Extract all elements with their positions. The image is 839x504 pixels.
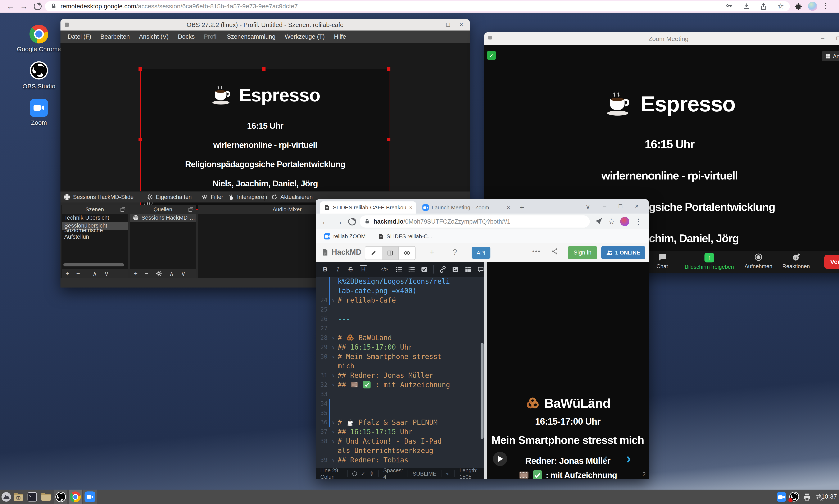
code-editor[interactable]: k%2BDesign/Logos/Icons/relilab-cafe.png … [316, 277, 484, 468]
move-down-icon[interactable]: ∨ [104, 270, 109, 277]
prev-slide-icon[interactable]: ‹ [603, 450, 608, 467]
heading-button[interactable]: H [360, 265, 367, 273]
help-icon[interactable]: ? [453, 248, 457, 257]
editor-line[interactable]: k%2BDesign/Logos/Icons/reli [316, 277, 484, 286]
editor-line[interactable]: 29∨## 16:15-17:00 Uhr [316, 342, 484, 352]
tab-search-chevron-icon[interactable]: ∨ [586, 203, 590, 211]
hackmd-logo[interactable]: HackMD [321, 248, 361, 257]
bookmark-relilab-zoom[interactable]: relilab ZOOM [324, 233, 366, 240]
selection-handle[interactable] [387, 67, 390, 71]
editor-line[interactable]: 26--- [316, 314, 484, 324]
editor-line[interactable]: 30∨# Mein Smartphone stresst [316, 352, 484, 361]
sign-in-button[interactable]: Sign in [568, 246, 597, 259]
selection-handle[interactable] [262, 67, 266, 71]
table-icon[interactable] [464, 266, 472, 273]
close-icon[interactable]: × [460, 21, 463, 28]
fold-chevron-icon[interactable]: ∨ [330, 457, 337, 463]
taskbar-screenshot-folder-icon[interactable]: D [13, 491, 24, 502]
remove-scene-icon[interactable]: − [76, 270, 80, 277]
leave-meeting-button[interactable]: Verlassen [824, 255, 839, 269]
maximize-icon[interactable]: □ [446, 21, 450, 28]
move-down-icon[interactable]: ∨ [181, 270, 186, 277]
selection-handle[interactable] [138, 138, 142, 141]
fold-chevron-icon[interactable]: ∨ [330, 335, 337, 340]
properties-button[interactable]: Eigenschaften [146, 192, 192, 202]
bookmark-star-icon[interactable]: ☆ [607, 217, 616, 226]
obs-preview-area[interactable]: Espresso 16:15 Uhr wirlernenonline - rpi… [61, 43, 470, 191]
menu-datei[interactable]: Datei (F) [68, 33, 91, 40]
editor-line[interactable]: mich [316, 361, 484, 371]
browser-menu-icon[interactable]: ⋮ [634, 217, 643, 226]
link-icon[interactable] [439, 266, 446, 273]
checklist-icon[interactable] [421, 266, 428, 273]
close-tab-icon[interactable]: × [409, 204, 412, 211]
fold-chevron-icon[interactable]: ∨ [330, 354, 337, 359]
obs-slide-source[interactable]: Espresso 16:15 Uhr wirlernenonline - rpi… [140, 69, 390, 210]
next-slide-icon[interactable]: › [626, 450, 631, 467]
menu-bearbeiten[interactable]: Bearbeiten [100, 33, 130, 40]
reactions-button[interactable]: Reaktionen [769, 253, 823, 270]
install-icon[interactable] [742, 2, 750, 10]
source-properties-gear-icon[interactable] [155, 270, 162, 277]
selection-handle[interactable] [387, 138, 390, 141]
more-options-icon[interactable]: ••• [532, 248, 541, 255]
scene-item[interactable]: Soziometrische Aufstellun [62, 230, 127, 238]
split-mode-button[interactable] [382, 246, 399, 260]
menu-hilfe[interactable]: Hilfe [334, 33, 346, 40]
add-scene-icon[interactable]: + [66, 270, 69, 277]
add-source-icon[interactable]: + [134, 270, 138, 277]
share-icon[interactable] [551, 248, 558, 255]
fold-chevron-icon[interactable]: ∨ [330, 382, 337, 388]
pane-divider[interactable] [484, 262, 487, 479]
slide-preview-pane[interactable]: BaWüLänd 16:15-17:00 Uhr Mein Smartphone… [487, 262, 649, 479]
editor-line[interactable]: 31∨## Redner: Jonas Müller [316, 371, 484, 380]
bookmark-star-icon[interactable]: ☆ [777, 2, 784, 10]
horizontal-scrollbar[interactable] [63, 263, 124, 266]
editor-line[interactable]: 37∨## 16:15-17:15 Uhr [316, 427, 484, 436]
menu-docks[interactable]: Docks [178, 33, 195, 40]
editor-line[interactable]: 28∨# BaWüLänd [316, 333, 484, 342]
code-button[interactable]: </> [378, 266, 390, 273]
menu-werkzeuge[interactable]: Werkzeuge (T) [285, 33, 325, 40]
bookmark-slides-relilab[interactable]: SLIDES relilab-C... [377, 233, 432, 240]
editor-line[interactable]: 33 [316, 390, 484, 399]
tab-zoom-launch[interactable]: Launch Meeting - Zoom × [419, 201, 514, 214]
editor-line[interactable]: lab-cafe.png =x400) [316, 286, 484, 295]
forward-icon[interactable]: → [334, 217, 343, 226]
taskbar-zoom-icon[interactable] [85, 491, 96, 502]
italic-button[interactable]: I [335, 266, 342, 273]
profile-avatar[interactable] [620, 217, 629, 226]
move-up-icon[interactable]: ∧ [169, 270, 174, 277]
new-tab-icon[interactable]: + [520, 203, 524, 212]
bold-button[interactable]: B [322, 266, 329, 273]
zoom-titlebar[interactable]: Zoom Meeting – □ [484, 32, 839, 46]
taskbar-chrome-icon[interactable] [70, 491, 81, 502]
move-up-icon[interactable]: ∧ [92, 270, 97, 277]
minimize-icon[interactable]: – [603, 202, 606, 209]
forward-icon[interactable]: → [19, 2, 29, 11]
play-button[interactable] [493, 452, 507, 466]
new-note-icon[interactable]: + [430, 248, 434, 257]
filter-button[interactable]: Filter [201, 192, 223, 202]
fold-chevron-icon[interactable]: ∨ [330, 439, 337, 444]
view-mode-button[interactable] [398, 246, 415, 260]
share-screen-button[interactable]: ↑ Bildschirm freigeben [682, 253, 736, 270]
source-item-selected[interactable]: Sessions HackMD-Slid [130, 214, 195, 222]
close-icon[interactable]: × [635, 202, 639, 210]
editor-line[interactable]: 38∨# Und Action! - Das I-Pad [316, 436, 484, 446]
selection-handle[interactable] [138, 67, 142, 71]
menu-szenensammlung[interactable]: Szenensammlung [227, 33, 276, 40]
editor-line[interactable]: 24∨# relilab-Café [316, 295, 484, 305]
view-button[interactable]: Anzeigen [822, 51, 839, 61]
tray-printer-icon[interactable] [803, 492, 811, 501]
editor-line[interactable]: 27 [316, 324, 484, 333]
fold-chevron-icon[interactable]: ∨ [330, 429, 337, 434]
minimize-icon[interactable]: – [433, 21, 436, 28]
obs-titlebar[interactable]: OBS 27.2.2 (linux) - Profil: Untitled - … [61, 19, 470, 31]
source-tab[interactable]: Sessions HackMD-Slide [63, 192, 134, 202]
menu-profil[interactable]: Profil [204, 33, 218, 40]
markdown-editor-pane[interactable]: B I S H </> k%2BDesign/Logos/Icons/relil… [316, 262, 484, 479]
edit-mode-button[interactable] [365, 246, 382, 260]
scene-item[interactable]: Technik-Übersicht [62, 214, 127, 222]
editor-line[interactable]: 32∨## : mit Aufzeichnung [316, 380, 484, 390]
